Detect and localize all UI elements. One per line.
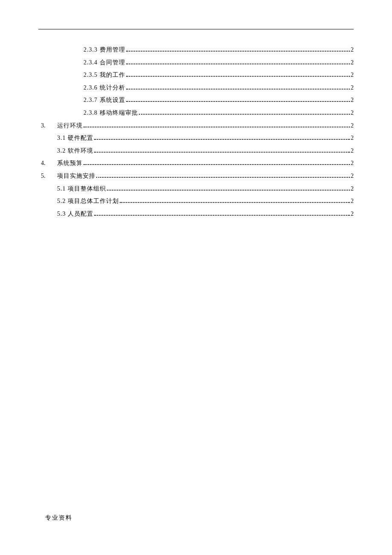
toc-label: 3.2 软件环境	[57, 147, 93, 155]
toc-label: 5.1 项目整体组织	[57, 185, 106, 193]
toc-leader-dots	[120, 202, 350, 203]
toc-label: 2.3.5 我的工作	[84, 71, 125, 79]
toc-leader-dots	[126, 89, 350, 90]
toc-label: 5.3 人员配置	[57, 210, 93, 218]
toc-page-number: 2	[351, 159, 354, 168]
toc-label: 3.1 硬件配置	[57, 134, 93, 142]
table-of-contents: 2.3.3 费用管理 2 2.3.4 合同管理 2 2.3.5 我的工作 2 2…	[38, 46, 354, 218]
toc-entry: 5. 项目实施安排 2	[38, 172, 354, 180]
footer-text: 专业资料	[45, 514, 72, 522]
toc-entry: 2.3.7 系统设置 2	[38, 96, 354, 104]
toc-leader-dots	[94, 139, 350, 140]
toc-label: 2.3.3 费用管理	[84, 46, 125, 54]
toc-entry: 5.2 项目总体工作计划 2	[38, 197, 354, 205]
toc-label: 2.3.8 移动终端审批	[84, 109, 138, 117]
toc-page-number: 2	[351, 147, 354, 155]
toc-entry: 2.3.4 合同管理 2	[38, 58, 354, 67]
toc-page-number: 2	[351, 134, 354, 142]
toc-entry: 2.3.5 我的工作 2	[38, 71, 354, 79]
toc-entry: 5.3 人员配置 2	[38, 210, 354, 218]
toc-label: 5.2 项目总体工作计划	[57, 197, 119, 205]
toc-label: 2.3.4 合同管理	[84, 58, 125, 67]
toc-entry: 2.3.3 费用管理 2	[38, 46, 354, 54]
toc-section-number: 5.	[38, 172, 57, 180]
toc-leader-dots	[107, 190, 350, 191]
toc-page-number: 2	[351, 109, 354, 117]
toc-leader-dots	[139, 114, 350, 115]
toc-page-number: 2	[351, 197, 354, 205]
toc-page-number: 2	[351, 58, 354, 67]
toc-label: 2.3.7 系统设置	[84, 96, 125, 104]
toc-label: 运行环境	[57, 121, 83, 130]
toc-section-number: 3.	[38, 121, 57, 130]
header-rule	[38, 29, 354, 29]
toc-entry: 3. 运行环境 2	[38, 121, 354, 130]
toc-section-number: 4.	[38, 159, 57, 168]
toc-page-number: 2	[351, 71, 354, 79]
toc-entry: 3.1 硬件配置 2	[38, 134, 354, 142]
toc-entry: 2.3.8 移动终端审批 2	[38, 109, 354, 117]
toc-page-number: 2	[351, 46, 354, 54]
toc-leader-dots	[126, 76, 350, 77]
toc-page-number: 2	[351, 172, 354, 180]
toc-page-number: 2	[351, 185, 354, 193]
toc-label: 项目实施安排	[57, 172, 95, 180]
toc-page-number: 2	[351, 210, 354, 218]
toc-entry: 3.2 软件环境 2	[38, 147, 354, 155]
toc-page-number: 2	[351, 96, 354, 104]
toc-leader-dots	[94, 215, 350, 216]
toc-leader-dots	[84, 127, 350, 127]
toc-label: 系统预算	[57, 159, 83, 168]
toc-entry: 4. 系统预算 2	[38, 159, 354, 168]
toc-page-number: 2	[351, 121, 354, 130]
toc-entry: 5.1 项目整体组织 2	[38, 185, 354, 193]
toc-page-number: 2	[351, 84, 354, 92]
toc-leader-dots	[96, 177, 350, 178]
toc-entry: 2.3.6 统计分析 2	[38, 84, 354, 92]
document-page: 2.3.3 费用管理 2 2.3.4 合同管理 2 2.3.5 我的工作 2 2…	[0, 0, 392, 218]
toc-leader-dots	[126, 51, 350, 52]
toc-leader-dots	[126, 101, 350, 102]
toc-leader-dots	[84, 164, 350, 165]
toc-label: 2.3.6 统计分析	[84, 84, 125, 92]
toc-leader-dots	[94, 152, 350, 153]
toc-leader-dots	[126, 64, 350, 64]
